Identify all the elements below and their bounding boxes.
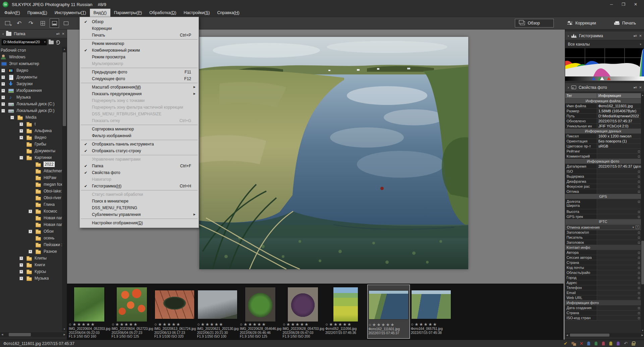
flag-circle-icon[interactable]	[69, 324, 71, 326]
flag-circle-icon[interactable]	[369, 324, 371, 326]
mode-button-0[interactable]: Обзор	[515, 19, 554, 27]
apply-check-icon[interactable]: ✔	[564, 341, 568, 346]
property-value[interactable]	[597, 260, 641, 265]
tree-item-Видео[interactable]: +Видео	[0, 134, 62, 141]
thumbnail-5[interactable]: ★★★★★IMG_20220628_054703.jpg2022/06/28 0…	[282, 285, 324, 339]
star-icons[interactable]: ★★★★★	[158, 322, 181, 327]
property-value[interactable]	[597, 184, 641, 189]
level-marker-red-icon[interactable]	[607, 77, 611, 80]
tree-item-Документы[interactable]: +Документы	[0, 74, 62, 80]
panel-menu-icon[interactable]: ▸≡	[57, 32, 60, 36]
tree-item-Курсы[interactable]: +Курсы	[0, 268, 62, 275]
expand-icon[interactable]: +	[1, 69, 5, 72]
property-value[interactable]	[597, 280, 641, 285]
expand-icon[interactable]: +	[1, 82, 5, 86]
view-menu-item-1[interactable]: Коррекции	[80, 25, 199, 32]
tree-item-Разное[interactable]: +Разное	[0, 248, 62, 255]
thumbnail-1[interactable]: ★★★★★IMG_20220604_052723.jpg2022/06/04 0…	[111, 285, 153, 339]
tree-item-Media[interactable]: −Media	[0, 114, 62, 121]
view-menu-item-13[interactable]: Показать предупреждения▶	[80, 91, 199, 97]
property-value[interactable]	[597, 209, 641, 214]
properties-horizontal-scrollbar[interactable]: ◀ ▶	[565, 333, 644, 337]
property-value[interactable]	[597, 235, 641, 240]
tree-item-Attachmen[interactable]: Attachmen	[0, 168, 62, 174]
view-menu-item-10[interactable]: Следующее фотоF12	[80, 75, 199, 82]
expand-icon[interactable]: +	[1, 75, 5, 79]
histogram-channel-select[interactable]: Все каналы▾	[565, 40, 644, 48]
thumbnail-8[interactable]: ★★★★★Фото164_065751.jpg2022/07/15 07:45:…	[410, 285, 452, 339]
browse-folder-icon[interactable]	[49, 41, 54, 44]
lock-icon[interactable]	[632, 343, 635, 346]
property-value[interactable]	[597, 230, 641, 235]
mark-purple-icon[interactable]	[616, 341, 620, 346]
mode-button-1[interactable]: Коррекции	[562, 19, 601, 27]
tree-item-Музыка[interactable]: +Музыка	[0, 94, 62, 101]
menubar-item-2[interactable]: Инструменты(Т)	[51, 9, 90, 17]
add-preset-icon[interactable]: +	[636, 225, 639, 229]
expand-icon[interactable]: +	[29, 210, 32, 213]
property-value[interactable]	[597, 290, 641, 295]
tree-item-Локальный диск (D:)[interactable]: −Локальный диск (D:)	[0, 107, 62, 114]
expand-icon[interactable]: +	[1, 89, 5, 93]
property-value[interactable]	[597, 315, 641, 320]
view-menu-item-5[interactable]: ✔Комбинированный режим	[80, 47, 199, 54]
property-value[interactable]	[597, 149, 641, 154]
tree-item-HitPaw[interactable]: HitPaw	[0, 174, 62, 181]
expand-icon[interactable]: +	[19, 256, 23, 260]
view-menu-item-27[interactable]: ✔Свойства фото	[80, 169, 199, 176]
mark-yellow-icon[interactable]	[609, 341, 612, 346]
view-menu-item-33[interactable]: DSS_MENU_FILTERING	[80, 205, 199, 211]
tree-item-megan fox[interactable]: megan fox	[0, 181, 62, 188]
view-menu-item-19[interactable]: Сортировка миниатюр	[80, 126, 199, 132]
property-value[interactable]	[597, 199, 641, 209]
thumbnail-3[interactable]: ★★★★★IMG_20220621_202130.jpg2022/06/21 2…	[196, 285, 239, 339]
tree-item-Загрузки[interactable]: +Загрузки	[0, 80, 62, 87]
tree-item-Пейзажи :[interactable]: Пейзажи :	[0, 241, 62, 248]
refresh-icon[interactable]	[56, 40, 60, 45]
tree-vertical-scrollbar[interactable]: ▲ ▼	[62, 47, 67, 331]
property-value[interactable]	[597, 295, 641, 300]
tree-item-Грибы[interactable]: Грибы	[0, 141, 62, 148]
rating-stars[interactable]: ★★★★★	[368, 322, 410, 327]
expand-icon[interactable]: +	[1, 102, 5, 106]
property-value[interactable]	[597, 240, 641, 245]
rating-stars[interactable]: ★★★★★	[68, 322, 110, 327]
expand-icon[interactable]: +	[1, 96, 5, 99]
property-value[interactable]	[597, 265, 641, 270]
flag-circle-icon[interactable]	[155, 324, 157, 326]
tree-horizontal-scrollbar[interactable]: ◀ ▶	[0, 332, 67, 337]
expand-icon[interactable]: +	[19, 263, 23, 267]
flag-circle-icon[interactable]	[326, 324, 328, 326]
properties-menu-icon[interactable]: ▸≡	[634, 85, 637, 89]
histogram-menu-icon[interactable]: ▸≡	[634, 34, 637, 38]
property-value[interactable]	[597, 305, 641, 310]
collapse-properties-icon[interactable]: ›	[568, 85, 569, 90]
collapse-panel-icon[interactable]: ‹	[2, 31, 4, 36]
mode-button-2[interactable]: Печать	[609, 19, 641, 27]
expand-icon[interactable]: +	[19, 136, 23, 139]
thumbnail-7[interactable]: ★★★★★Фото162_111601.jpg2022/07/15 07:45:…	[367, 285, 410, 339]
delete-mark-icon[interactable]: ×	[580, 341, 583, 346]
path-dropdown-icon[interactable]: ▾	[44, 40, 46, 44]
rating-stars[interactable]: ★★★★★	[111, 322, 153, 327]
collapse-icon[interactable]: −	[1, 109, 5, 113]
tree-item-Глина[interactable]: Глина	[0, 201, 62, 208]
menubar-item-1[interactable]: Правка(Е)	[24, 9, 51, 17]
properties-vertical-scrollbar[interactable]: ▲ ▼	[641, 93, 644, 332]
collapse-icon[interactable]: −	[19, 156, 23, 160]
view-menu-item-20[interactable]: Фильтр изображений	[80, 132, 199, 139]
view-menu-item-4[interactable]: Режим миниатюр	[80, 40, 199, 47]
property-value[interactable]	[597, 169, 641, 174]
thumbnail-0[interactable]: ★★★★★IMG_20220604_052203.jpg2022/06/04 0…	[68, 285, 110, 339]
view-menu-item-12[interactable]: Масштаб отображения(M)▶	[80, 84, 199, 91]
copy-params-icon[interactable]	[572, 342, 576, 345]
star-icons[interactable]: ★★★★★	[72, 322, 95, 327]
undo-arrow-icon[interactable]: ↶	[14, 18, 24, 28]
tree-item-Рабочий стол[interactable]: Рабочий стол	[0, 47, 62, 54]
combined-view-icon[interactable]	[50, 18, 59, 28]
expand-icon[interactable]: +	[19, 122, 23, 126]
view-menu-item-32[interactable]: Поиск в миниатюре	[80, 198, 199, 205]
property-value[interactable]	[597, 250, 641, 255]
tree-item-Изображения[interactable]: +Изображения	[0, 87, 62, 94]
property-value[interactable]	[597, 275, 641, 280]
